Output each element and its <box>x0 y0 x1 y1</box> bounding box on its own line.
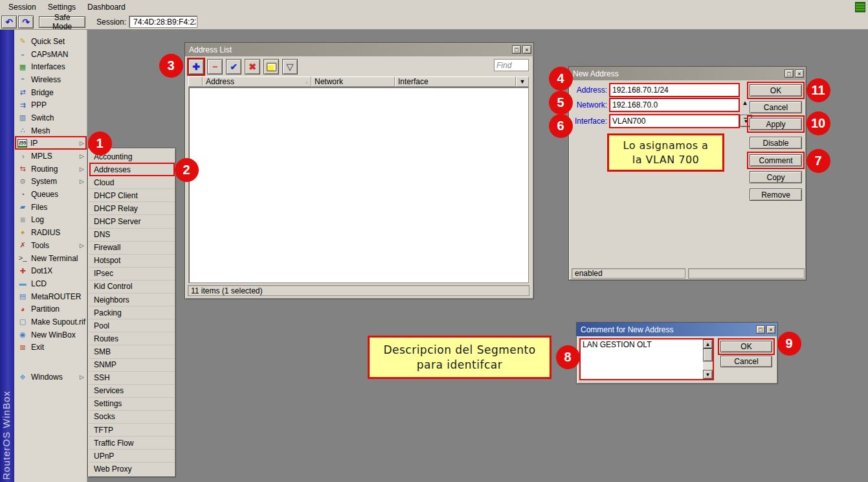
submenu-item-upnp[interactable]: UPnP <box>89 450 175 463</box>
sidebar-item-new-winbox[interactable]: ◉New WinBox <box>14 328 87 341</box>
sidebar-item-windows[interactable]: ❖Windows▷ <box>14 371 87 384</box>
sidebar-item-dot1x[interactable]: ✚Dot1X <box>14 264 87 277</box>
comment-button[interactable]: Comment <box>750 154 802 166</box>
sidebar-item-system[interactable]: ⚙System▷ <box>14 176 87 189</box>
address-list-titlebar[interactable]: Address List □ × <box>185 43 533 56</box>
safe-mode-button[interactable]: Safe Mode <box>39 16 85 28</box>
sidebar-item-tools[interactable]: ✗Tools▷ <box>14 239 87 252</box>
find-input[interactable] <box>495 60 528 71</box>
menu-dashboard[interactable]: Dashboard <box>82 3 131 12</box>
sidebar-item-ip[interactable]: 255IP▷ <box>14 137 87 150</box>
column-header-network[interactable]: Network <box>311 76 395 87</box>
comment-button[interactable] <box>263 59 279 75</box>
submenu-item-snmp[interactable]: SNMP <box>89 359 175 372</box>
session-input[interactable] <box>132 17 197 27</box>
sidebar-item-make-supout-rif[interactable]: ▢Make Supout.rif <box>14 316 87 328</box>
sidebar-item-bridge[interactable]: ⇄Bridge <box>14 86 87 99</box>
submenu-item-dns[interactable]: DNS <box>89 229 175 242</box>
comment-ok-button[interactable]: OK <box>720 341 772 352</box>
submenu-item-web-proxy[interactable]: Web Proxy <box>89 463 175 476</box>
selector-column-header[interactable] <box>188 76 203 87</box>
menu-settings[interactable]: Settings <box>42 3 82 12</box>
address-input[interactable] <box>610 84 739 96</box>
new-address-titlebar[interactable]: New Address □ × <box>569 67 806 80</box>
sidebar-item-mesh[interactable]: ∴Mesh <box>14 124 87 137</box>
close-button[interactable]: × <box>766 325 775 334</box>
submenu-item-tftp[interactable]: TFTP <box>89 424 175 437</box>
submenu-item-services[interactable]: Services <box>89 385 175 398</box>
sidebar-item-partition[interactable]: ◕Partition <box>14 303 87 316</box>
scroll-down-icon[interactable]: ▼ <box>703 370 713 379</box>
sidebar-item-capsman[interactable]: ◒CAPsMAN <box>14 48 87 61</box>
disable-button[interactable]: Disable <box>750 137 802 149</box>
column-header-interface[interactable]: Interface <box>395 76 516 87</box>
remove-button[interactable]: − <box>207 59 223 75</box>
copy-button[interactable]: Copy <box>750 171 802 183</box>
restore-button[interactable]: □ <box>756 325 765 334</box>
disable-button[interactable]: ✖ <box>245 59 260 75</box>
remove-button[interactable]: Remove <box>750 189 802 201</box>
restore-button[interactable]: □ <box>785 69 794 78</box>
submenu-item-packing[interactable]: Packing <box>89 306 175 319</box>
sidebar-item-routing[interactable]: ⇆Routing▷ <box>14 163 87 176</box>
sidebar-item-ppp[interactable]: ⇉PPP <box>14 98 87 111</box>
network-input[interactable] <box>610 99 739 111</box>
comment-cancel-button[interactable]: Cancel <box>720 356 772 367</box>
sidebar-item-new-terminal[interactable]: >_New Terminal <box>14 252 87 265</box>
scroll-track[interactable] <box>703 362 713 370</box>
sidebar-item-files[interactable]: ▰Files <box>14 201 87 214</box>
submenu-item-dhcp-relay[interactable]: DHCP Relay <box>89 202 175 215</box>
sidebar-item-lcd[interactable]: ▬LCD <box>14 277 87 290</box>
apply-button[interactable]: Apply <box>750 118 802 130</box>
add-button[interactable]: ✚ <box>188 59 204 75</box>
submenu-item-ssh[interactable]: SSH <box>89 372 175 385</box>
cancel-button[interactable]: Cancel <box>750 101 802 113</box>
address-list-body[interactable] <box>188 87 529 283</box>
enable-button[interactable]: ✔ <box>226 59 241 75</box>
close-button[interactable]: × <box>522 45 531 54</box>
submenu-item-routes[interactable]: Routes <box>89 332 175 345</box>
sidebar-item-metarouter[interactable]: ▤MetaROUTER <box>14 290 87 303</box>
submenu-item-ipsec[interactable]: IPsec <box>89 268 175 281</box>
collapse-up-arrow-icon[interactable]: ▲ <box>742 99 748 106</box>
sidebar-item-mpls[interactable]: ◑MPLS▷ <box>14 150 87 163</box>
undo-button[interactable]: ↶ <box>1 16 17 29</box>
scroll-up-icon[interactable]: ▲ <box>703 339 713 349</box>
interface-input[interactable] <box>610 115 739 127</box>
submenu-item-hotspot[interactable]: Hotspot <box>89 255 175 268</box>
submenu-item-traffic-flow[interactable]: Traffic Flow <box>89 437 175 450</box>
submenu-item-settings[interactable]: Settings <box>89 398 175 411</box>
submenu-item-cloud[interactable]: Cloud <box>89 176 175 189</box>
menu-session[interactable]: Session <box>3 3 42 12</box>
ok-button[interactable]: OK <box>750 84 802 97</box>
submenu-item-smb[interactable]: SMB <box>89 345 175 358</box>
sidebar-item-radius[interactable]: ✦RADIUS <box>14 226 87 239</box>
comment-textarea[interactable]: LAN GESTION OLT <box>581 339 703 379</box>
submenu-item-neighbors[interactable]: Neighbors <box>89 293 175 306</box>
close-button[interactable]: × <box>795 69 804 78</box>
submenu-item-socks[interactable]: Socks <box>89 411 175 424</box>
restore-button[interactable]: □ <box>512 45 521 54</box>
sidebar-item-switch[interactable]: ▥Switch <box>14 111 87 124</box>
sidebar-item-interfaces[interactable]: ▦Interfaces <box>14 60 87 73</box>
submenu-item-kid-control[interactable]: Kid Control <box>89 281 175 293</box>
submenu-item-dhcp-server[interactable]: DHCP Server <box>89 215 175 228</box>
comment-icon <box>267 63 276 71</box>
sidebar-item-log[interactable]: ≣Log <box>14 214 87 227</box>
scroll-thumb[interactable] <box>703 349 713 362</box>
submenu-item-firewall[interactable]: Firewall <box>89 242 175 255</box>
filter-button[interactable]: ▽ <box>282 59 298 75</box>
sidebar-item-wireless[interactable]: ◓Wireless <box>14 73 87 86</box>
submenu-item-pool[interactable]: Pool <box>89 319 175 332</box>
submenu-item-dhcp-client[interactable]: DHCP Client <box>89 189 175 202</box>
redo-button[interactable]: ↷ <box>18 16 34 29</box>
scrollbar[interactable]: ▲ ▼ <box>703 339 713 379</box>
sidebar-item-exit[interactable]: ⊠Exit <box>14 341 87 354</box>
column-header-address[interactable]: Address ▵ <box>203 76 311 87</box>
submenu-item-addresses[interactable]: Addresses <box>89 163 175 176</box>
sidebar-item-quick-set[interactable]: ✎Quick Set <box>14 35 87 48</box>
comment-dialog-titlebar[interactable]: Comment for New Address □ × <box>577 323 777 336</box>
sidebar-item-queues[interactable]: ◔Queues <box>14 188 87 201</box>
make-supout-icon: ▢ <box>17 318 28 325</box>
column-menu-button[interactable]: ▼ <box>516 76 529 87</box>
